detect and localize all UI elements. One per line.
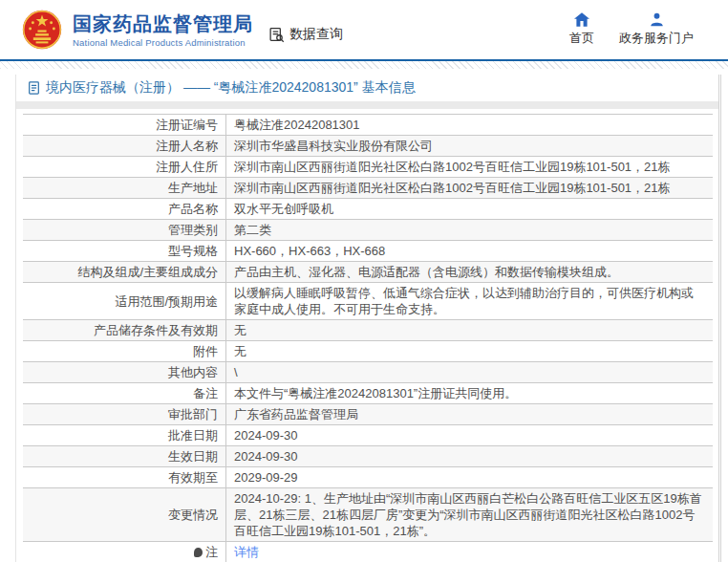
content-panel: 境内医疗器械（注册） —— “粤械注准20242081301” 基本信息 注册证… <box>15 75 721 562</box>
row-value: 本文件与“粤械注准20242081301”注册证共同使用。 <box>226 383 714 404</box>
document-icon <box>28 81 40 95</box>
row-value: 双水平无创呼吸机 <box>226 199 714 220</box>
data-query-button[interactable]: 数据查询 <box>268 26 343 43</box>
row-label: 注册人住所 <box>23 157 226 178</box>
org-name-zh: 国家药品监督管理局 <box>73 12 253 35</box>
row-label: 型号规格 <box>23 241 226 262</box>
row-label: 结构及组成/主要组成成分 <box>23 262 226 283</box>
nav-gov-portal-label: 政务服务门户 <box>619 30 694 47</box>
table-row: 管理类别第二类 <box>23 220 713 241</box>
row-value: 第二类 <box>226 220 714 241</box>
row-value: HX-660，HX-663，HX-668 <box>226 241 714 262</box>
row-value: 2029-09-29 <box>226 467 714 488</box>
table-row: 其他内容\ <box>23 362 713 383</box>
row-label: 注 <box>23 542 226 562</box>
table-row: 附件无 <box>23 341 713 362</box>
row-value: 无 <box>226 341 714 362</box>
user-icon <box>650 12 664 27</box>
info-table-container: 注册证编号粤械注准20242081301注册人名称深圳市华盛昌科技实业股份有限公… <box>16 109 718 562</box>
row-label: 附件 <box>23 341 226 362</box>
table-row: 变更情况2024-10-29: 1、生产地址由“深圳市南山区西丽白芒松白公路百旺… <box>23 488 713 542</box>
table-row: 产品储存条件及有效期无 <box>23 320 713 341</box>
table-row: 产品名称双水平无创呼吸机 <box>23 199 713 220</box>
table-row: 备注本文件与“粤械注准20242081301”注册证共同使用。 <box>23 383 713 404</box>
row-label: 备注 <box>23 383 226 404</box>
table-row: 适用范围/预期用途以缓解病人睡眠呼吸暂停、低通气综合症状，以达到辅助治疗目的，可… <box>23 283 713 320</box>
row-label: 注册人名称 <box>23 136 226 157</box>
table-row: 注册人住所深圳市南山区西丽街道阳光社区松白路1002号百旺信工业园19栋101-… <box>23 157 713 178</box>
row-value: 深圳市华盛昌科技实业股份有限公司 <box>226 136 714 157</box>
detail-link[interactable]: 详情 <box>234 545 259 559</box>
row-value: 粤械注准20242081301 <box>226 115 714 136</box>
table-row: 审批部门广东省药品监督管理局 <box>23 404 713 425</box>
row-label: 变更情况 <box>23 488 226 542</box>
row-label: 产品名称 <box>23 199 226 220</box>
info-table-body: 注册证编号粤械注准20242081301注册人名称深圳市华盛昌科技实业股份有限公… <box>23 115 713 562</box>
home-icon <box>574 12 589 27</box>
row-value: 产品由主机、湿化器、电源适配器（含电源线）和数据传输模块组成。 <box>226 262 714 283</box>
table-row: 注册证编号粤械注准20242081301 <box>23 115 713 136</box>
breadcrumb: 境内医疗器械（注册） —— “粤械注准20242081301” 基本信息 <box>16 75 718 101</box>
row-value: 2024-09-30 <box>226 425 714 446</box>
row-label: 有效期至 <box>23 467 226 488</box>
header-nav: 首页 政务服务门户 <box>569 12 707 47</box>
site-header: 国家药品监督管理局 National Medical Products Admi… <box>0 0 728 59</box>
row-value: 深圳市南山区西丽街道阳光社区松白路1002号百旺信工业园19栋101-501，2… <box>226 178 714 199</box>
nav-home-label: 首页 <box>569 30 594 47</box>
row-label: 生产地址 <box>23 178 226 199</box>
table-row: 有效期至2029-09-29 <box>23 467 713 488</box>
row-value: 2024-09-30 <box>226 446 714 467</box>
note-icon <box>194 548 203 557</box>
data-query-label: 数据查询 <box>289 26 343 43</box>
nav-gov-portal[interactable]: 政务服务门户 <box>619 12 694 47</box>
title-separator <box>16 101 718 109</box>
table-row: 结构及组成/主要组成成分产品由主机、湿化器、电源适配器（含电源线）和数据传输模块… <box>23 262 713 283</box>
row-label: 注册证编号 <box>23 115 226 136</box>
row-value: 无 <box>226 320 714 341</box>
table-row: 注详情 <box>23 542 713 562</box>
row-label: 审批部门 <box>23 404 226 425</box>
national-emblem-icon <box>21 9 63 51</box>
row-value: 广东省药品监督管理局 <box>226 404 714 425</box>
table-row: 生产地址深圳市南山区西丽街道阳光社区松白路1002号百旺信工业园19栋101-5… <box>23 178 713 199</box>
row-label: 其他内容 <box>23 362 226 383</box>
nav-home[interactable]: 首页 <box>569 12 594 47</box>
row-value: \ <box>226 362 714 383</box>
document-search-icon <box>268 27 285 43</box>
row-value: 详情 <box>226 542 714 562</box>
nmpa-logo[interactable]: 国家药品监督管理局 National Medical Products Admi… <box>21 9 253 51</box>
row-value: 2024-10-29: 1、生产地址由“深圳市南山区西丽白芒松白公路百旺信工业区… <box>226 488 714 542</box>
table-row: 批准日期2024-09-30 <box>23 425 713 446</box>
table-row: 型号规格HX-660，HX-663，HX-668 <box>23 241 713 262</box>
row-label: 适用范围/预期用途 <box>23 283 226 320</box>
row-label: 管理类别 <box>23 220 226 241</box>
registration-info-table: 注册证编号粤械注准20242081301注册人名称深圳市华盛昌科技实业股份有限公… <box>23 114 713 562</box>
row-value: 以缓解病人睡眠呼吸暂停、低通气综合症状，以达到辅助治疗目的，可供医疗机构或家庭中… <box>226 283 714 320</box>
row-label: 产品储存条件及有效期 <box>23 320 226 341</box>
row-label: 生效日期 <box>23 446 226 467</box>
table-row: 生效日期2024-09-30 <box>23 446 713 467</box>
org-name-en: National Medical Products Administration <box>73 37 253 48</box>
row-label: 批准日期 <box>23 425 226 446</box>
hatch-band <box>0 61 728 69</box>
page-title: 境内医疗器械（注册） —— “粤械注准20242081301” 基本信息 <box>46 79 416 97</box>
row-value: 深圳市南山区西丽街道阳光社区松白路1002号百旺信工业园19栋101-501，2… <box>226 157 714 178</box>
table-row: 注册人名称深圳市华盛昌科技实业股份有限公司 <box>23 136 713 157</box>
